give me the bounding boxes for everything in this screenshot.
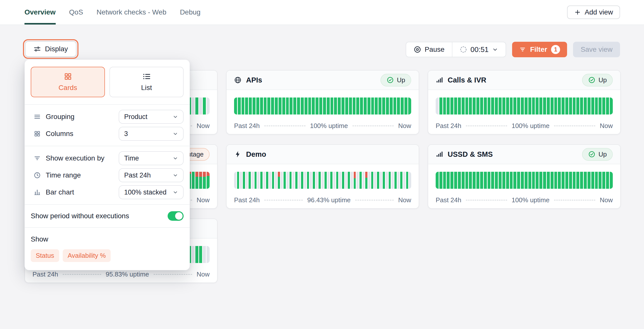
card-body: Past 24h 100% uptime Now: [428, 90, 620, 134]
uptime-bar: [547, 98, 550, 115]
row-label: Show execution by: [46, 154, 104, 162]
uptime-bar: [510, 98, 513, 115]
uptime-bar: [269, 172, 271, 189]
uptime-bar: [550, 172, 554, 189]
add-view-button[interactable]: Add view: [567, 6, 620, 19]
uptime-bar: [584, 172, 587, 189]
refresh-timer-dropdown[interactable]: 00:51: [452, 42, 506, 57]
uptime-bar: [360, 172, 362, 189]
uptime-bar: [333, 172, 336, 189]
card-body: Past 24h 100% uptime Now: [428, 164, 620, 208]
row-select[interactable]: Time: [119, 151, 184, 165]
row-select[interactable]: Product: [119, 110, 184, 124]
show-period-row: Show period without executions: [25, 205, 190, 228]
uptime-bar: [400, 172, 402, 189]
uptime-bar: [248, 172, 251, 189]
uptime-bar: [386, 172, 388, 189]
view-mode-list[interactable]: List: [110, 67, 184, 97]
uptime-bar: [267, 98, 270, 115]
show-chip[interactable]: Status: [31, 249, 59, 262]
tab-qos[interactable]: QoS: [69, 0, 83, 25]
card-title: USSD & SMS: [448, 150, 492, 159]
uptime-bar: [375, 98, 378, 115]
uptime-bar-chart[interactable]: [436, 172, 613, 189]
uptime-bar: [206, 246, 210, 263]
uptime-bar: [539, 172, 542, 189]
layout-section: Grouping Product Columns 3: [25, 105, 190, 146]
uptime-bar: [440, 172, 442, 189]
uptime-bar: [371, 98, 374, 115]
uptime-bar: [406, 172, 408, 189]
uptime-bar-chart[interactable]: [234, 172, 411, 189]
footer-now-label: Now: [196, 196, 210, 204]
card-title-wrap: Demo: [234, 150, 266, 159]
uptime-bar: [469, 172, 472, 189]
uptime-bar: [491, 172, 494, 189]
uptime-bar: [281, 172, 283, 189]
uptime-bar: [436, 172, 439, 189]
save-view-button[interactable]: Save view: [573, 42, 620, 57]
uptime-bar: [588, 98, 590, 115]
uptime-bar: [286, 172, 289, 189]
uptime-bar: [252, 172, 254, 189]
footer-now-label: Now: [196, 270, 210, 278]
tab-debug[interactable]: Debug: [180, 0, 200, 25]
uptime-bar: [256, 98, 259, 115]
uptime-bar: [295, 172, 298, 189]
uptime-bar: [260, 98, 263, 115]
uptime-bar: [318, 172, 321, 189]
chevron-down-icon: [172, 131, 178, 137]
status-card-demo: Demo Past 24h 96.43% uptime Now: [226, 144, 419, 209]
uptime-bar: [378, 98, 382, 115]
uptime-bar: [443, 172, 446, 189]
show-period-toggle[interactable]: [168, 211, 184, 221]
status-badge: Up: [582, 74, 613, 87]
uptime-bar: [580, 98, 583, 115]
uptime-bar: [360, 98, 363, 115]
uptime-bar: [462, 98, 465, 115]
status-badge: Up: [582, 148, 613, 161]
row-label: Time range: [46, 171, 81, 179]
uptime-bar: [307, 172, 309, 189]
show-chip[interactable]: Availability %: [63, 249, 111, 262]
show-section-label: Show: [31, 235, 184, 243]
uptime-bar: [266, 172, 268, 189]
row-select[interactable]: 3: [119, 127, 184, 141]
uptime-bar: [606, 98, 609, 115]
display-option-row: Time range Past 24h: [31, 167, 184, 184]
tab-overview[interactable]: Overview: [24, 0, 56, 25]
uptime-bar: [510, 172, 513, 189]
tab-network-checks-web[interactable]: Network checks - Web: [97, 0, 166, 25]
uptime-bar: [322, 172, 324, 189]
view-mode-label: Cards: [58, 84, 77, 92]
select-value: Past 24h: [124, 171, 151, 179]
filter-button[interactable]: Filter 1: [512, 42, 567, 57]
uptime-bar: [598, 172, 602, 189]
pause-button[interactable]: Pause: [406, 42, 452, 57]
uptime-bar: [345, 172, 347, 189]
uptime-bar: [536, 172, 538, 189]
uptime-bar: [543, 172, 546, 189]
uptime-bar: [272, 172, 274, 189]
uptime-bar: [506, 172, 509, 189]
uptime-bar: [606, 172, 609, 189]
display-button[interactable]: Display: [25, 41, 76, 57]
uptime-bar: [466, 98, 468, 115]
uptime-bar: [532, 172, 535, 189]
card-body: Past 24h 96.43% uptime Now: [226, 164, 419, 208]
list-icon: [142, 72, 151, 81]
sliders-icon: [34, 45, 41, 53]
chevron-down-icon: [172, 114, 178, 120]
row-select[interactable]: Past 24h: [119, 168, 184, 182]
uptime-bar: [206, 172, 210, 189]
view-mode-cards[interactable]: Cards: [31, 67, 105, 97]
uptime-bar: [554, 98, 557, 115]
uptime-bar: [466, 172, 468, 189]
uptime-bar: [313, 172, 315, 189]
uptime-bar-chart[interactable]: [436, 98, 613, 115]
uptime-bar-chart[interactable]: [234, 98, 411, 115]
card-footer: Past 24h 100% uptime Now: [436, 122, 613, 130]
row-select[interactable]: 100% stacked: [119, 185, 184, 199]
dashed-divider: [264, 200, 303, 200]
display-option-row: Columns 3: [31, 125, 184, 142]
